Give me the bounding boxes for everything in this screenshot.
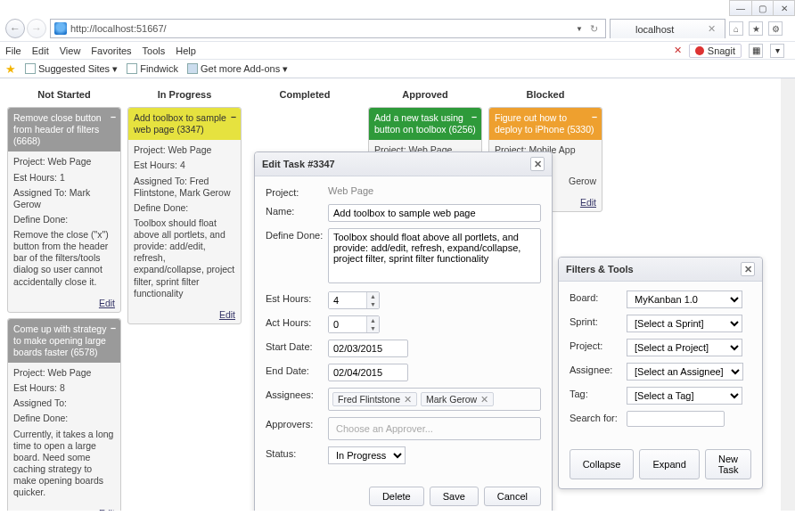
site-icon bbox=[187, 63, 198, 74]
snagit-icon bbox=[695, 46, 704, 55]
tab-title: localhost bbox=[635, 24, 674, 35]
search-input[interactable] bbox=[627, 411, 725, 427]
site-icon bbox=[25, 63, 36, 74]
col-header: Approved bbox=[368, 86, 482, 107]
collapse-icon[interactable]: − bbox=[111, 111, 116, 123]
edit-link[interactable]: Edit bbox=[580, 197, 596, 208]
new-task-button[interactable]: New Task bbox=[705, 449, 752, 479]
menu-x-icon[interactable]: ✕ bbox=[674, 45, 682, 56]
edit-task-dialog: Edit Task #3347 ✕ Project:Web Page Name:… bbox=[254, 151, 553, 511]
col-header: Not Started bbox=[7, 86, 121, 107]
forward-button[interactable]: → bbox=[27, 19, 46, 38]
menu-bar: File Edit View Favorites Tools Help ✕ Sn… bbox=[0, 41, 795, 59]
sprint-select[interactable]: [Select a Sprint] bbox=[627, 315, 742, 332]
close-window-button[interactable]: ✕ bbox=[773, 1, 794, 15]
site-icon bbox=[127, 63, 137, 74]
fav-suggested-sites[interactable]: Suggested Sites ▾ bbox=[25, 63, 118, 75]
spinner-down-icon[interactable]: ▼ bbox=[367, 324, 379, 332]
col-header: Completed bbox=[248, 86, 362, 107]
dialog-title: Edit Task #3347 bbox=[262, 159, 335, 169]
scrollbar-thumb[interactable] bbox=[783, 78, 793, 114]
tools-icon[interactable]: ⚙ bbox=[768, 21, 783, 36]
filters-tools-dialog: Filters & Tools ✕ Board:MyKanban 1.0 Spr… bbox=[558, 257, 763, 489]
card-6578[interactable]: Come up with strategy to make opening la… bbox=[7, 318, 121, 511]
minimize-button[interactable]: — bbox=[730, 1, 751, 15]
url-input[interactable] bbox=[70, 23, 572, 34]
start-date-input[interactable] bbox=[328, 340, 408, 357]
favorites-icon[interactable]: ★ bbox=[749, 21, 763, 36]
edit-link[interactable]: Edit bbox=[99, 298, 115, 308]
menu-edit[interactable]: Edit bbox=[32, 45, 49, 56]
menu-view[interactable]: View bbox=[60, 45, 81, 56]
snagit-dropdown-icon[interactable]: ▾ bbox=[770, 44, 784, 58]
col-header: Blocked bbox=[488, 86, 602, 107]
back-button[interactable]: ← bbox=[5, 19, 25, 38]
chip-remove-icon[interactable]: ✕ bbox=[404, 394, 412, 405]
collapse-icon[interactable]: − bbox=[111, 323, 116, 334]
delete-button[interactable]: Delete bbox=[369, 487, 424, 506]
dialog-title-bar[interactable]: Filters & Tools ✕ bbox=[559, 258, 762, 282]
dialog-close-icon[interactable]: ✕ bbox=[741, 262, 755, 276]
collapse-button[interactable]: Collapse bbox=[570, 449, 635, 479]
save-button[interactable]: Save bbox=[430, 487, 479, 506]
maximize-button[interactable]: ▢ bbox=[751, 1, 773, 15]
fav-findwick[interactable]: Findwick bbox=[127, 63, 178, 74]
collapse-icon[interactable]: − bbox=[592, 111, 597, 123]
assignee-chip[interactable]: Fred Flintstone✕ bbox=[332, 392, 417, 406]
page-content: Not Started Remove close button from hea… bbox=[0, 78, 795, 511]
tab-localhost[interactable]: localhost ✕ bbox=[610, 19, 725, 38]
favorites-bar: ★ Suggested Sites ▾ Findwick Get more Ad… bbox=[0, 59, 795, 78]
card-6668[interactable]: Remove close button from header of filte… bbox=[7, 107, 121, 313]
approvers-input[interactable]: Choose an Approver... bbox=[328, 417, 541, 440]
act-hours-input[interactable] bbox=[329, 316, 366, 332]
refresh-icon[interactable]: ↻ bbox=[586, 23, 602, 35]
favorites-star-icon[interactable]: ★ bbox=[5, 62, 16, 76]
project-select[interactable]: [Select a Project] bbox=[627, 339, 742, 356]
menu-help[interactable]: Help bbox=[176, 45, 196, 56]
tab-close-icon[interactable]: ✕ bbox=[708, 23, 716, 35]
assignee-chip[interactable]: Mark Gerow✕ bbox=[421, 392, 494, 406]
project-value: Web Page bbox=[328, 185, 541, 196]
cancel-button[interactable]: Cancel bbox=[484, 487, 541, 506]
status-select[interactable]: In Progress bbox=[328, 446, 406, 464]
nav-buttons: ← → bbox=[5, 19, 46, 38]
snagit-menu-icon[interactable]: ▦ bbox=[749, 44, 763, 58]
edit-link[interactable]: Edit bbox=[219, 309, 235, 320]
collapse-icon[interactable]: − bbox=[471, 111, 477, 123]
dialog-close-icon[interactable]: ✕ bbox=[530, 157, 545, 171]
tab-favicon bbox=[619, 24, 630, 35]
spinner-up-icon[interactable]: ▲ bbox=[367, 292, 379, 300]
menu-tools[interactable]: Tools bbox=[143, 45, 166, 56]
dialog-title-bar[interactable]: Edit Task #3347 ✕ bbox=[255, 152, 552, 176]
home-icon[interactable]: ⌂ bbox=[729, 21, 743, 36]
col-in-progress: In Progress Add toolbox to sample web pa… bbox=[127, 86, 242, 511]
fav-get-addons[interactable]: Get more Add-ons ▾ bbox=[187, 63, 288, 75]
card-3347[interactable]: Add toolbox to sample web page (3347)− P… bbox=[127, 107, 242, 324]
menu-file[interactable]: File bbox=[5, 45, 21, 56]
collapse-icon[interactable]: − bbox=[231, 111, 236, 123]
address-bar-row: ← → ▼ ↻ localhost ✕ ⌂ ★ ⚙ bbox=[0, 16, 795, 41]
define-done-input[interactable] bbox=[328, 228, 541, 283]
col-not-started: Not Started Remove close button from hea… bbox=[7, 86, 121, 511]
assignee-select[interactable]: [Select an Assignee] bbox=[627, 363, 743, 381]
edit-link[interactable]: Edit bbox=[99, 508, 115, 511]
ie-favicon bbox=[54, 22, 67, 35]
board-select[interactable]: MyKanban 1.0 bbox=[627, 291, 742, 308]
dialog-title: Filters & Tools bbox=[566, 264, 634, 274]
window-controls: — ▢ ✕ bbox=[729, 0, 795, 16]
tag-select[interactable]: [Select a Tag] bbox=[627, 387, 742, 405]
chrome-right-icons: ⌂ ★ ⚙ bbox=[729, 21, 790, 36]
url-dropdown-icon[interactable]: ▼ bbox=[576, 25, 583, 33]
chip-remove-icon[interactable]: ✕ bbox=[480, 394, 488, 405]
end-date-input[interactable] bbox=[328, 364, 408, 381]
assignees-input[interactable]: Fred Flintstone✕ Mark Gerow✕ bbox=[328, 388, 541, 411]
menu-favorites[interactable]: Favorites bbox=[91, 45, 131, 56]
snagit-button[interactable]: Snagit bbox=[689, 44, 742, 58]
name-input[interactable] bbox=[328, 204, 541, 222]
expand-button[interactable]: Expand bbox=[639, 449, 699, 479]
col-header: In Progress bbox=[127, 86, 242, 107]
spinner-up-icon[interactable]: ▲ bbox=[367, 316, 379, 324]
est-hours-input[interactable] bbox=[329, 292, 366, 308]
spinner-down-icon[interactable]: ▼ bbox=[367, 300, 379, 308]
url-field[interactable]: ▼ ↻ bbox=[50, 19, 606, 38]
